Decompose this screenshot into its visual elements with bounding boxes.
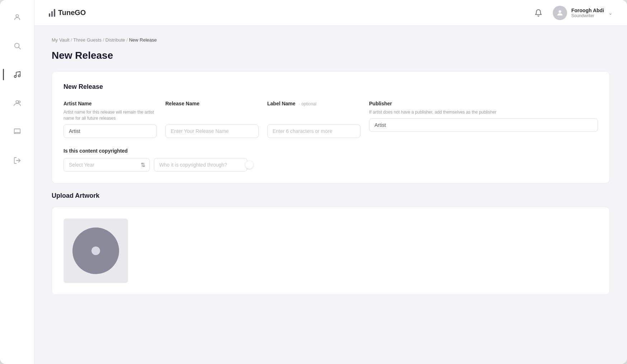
- page-content: My Vault / Three Guests / Distribute / N…: [34, 26, 627, 364]
- copyright-row: Is this content copyrighted Select Year …: [63, 148, 598, 172]
- copyright-through-input[interactable]: [154, 158, 247, 172]
- artist-field-group: Artist Name Artist name for this release…: [63, 101, 157, 138]
- release-label: Release Name: [165, 101, 259, 106]
- new-release-card: New Release Artist Name Artist name for …: [52, 71, 610, 183]
- optional-badge: · optional: [299, 101, 316, 106]
- logo: TuneGO: [49, 9, 86, 17]
- publisher-desc: If artist does not have a publisher, add…: [369, 109, 598, 115]
- copyright-through-group: [154, 158, 247, 172]
- sidebar-item-search[interactable]: [9, 37, 26, 54]
- svg-point-6: [18, 101, 20, 103]
- svg-line-2: [19, 47, 20, 49]
- sidebar-item-user[interactable]: [9, 9, 26, 26]
- logo-icon: [49, 9, 55, 17]
- header: TuneGO Foroogh Abdi: [34, 0, 627, 26]
- upload-title: Upload Artwork: [52, 192, 610, 200]
- disc-inner: [91, 246, 100, 255]
- disc-outer: [72, 227, 119, 274]
- chevron-down-icon: ⌄: [608, 10, 613, 16]
- copyright-section: Is this content copyrighted Select Year …: [63, 148, 210, 172]
- svg-point-4: [18, 75, 20, 77]
- breadcrumb-three-guests[interactable]: Three Guests: [73, 37, 102, 43]
- svg-point-3: [14, 76, 16, 78]
- sidebar: [0, 0, 34, 364]
- label-field-group: Label Name · optional: [267, 101, 360, 138]
- upload-card: [52, 207, 610, 295]
- label-name-label: Label Name · optional: [267, 101, 360, 106]
- card-title: New Release: [63, 83, 598, 91]
- label-input[interactable]: [267, 124, 360, 138]
- sidebar-item-artist[interactable]: [9, 95, 26, 112]
- publisher-input[interactable]: [369, 118, 598, 132]
- svg-point-0: [16, 15, 18, 17]
- release-field-group: Release Name: [165, 101, 259, 138]
- sidebar-item-chat[interactable]: [9, 123, 26, 140]
- user-role: Soundwriter: [571, 13, 604, 18]
- notification-bell[interactable]: [531, 6, 546, 20]
- page-title: New Release: [52, 50, 610, 61]
- user-name: Foroogh Abdi: [571, 8, 604, 13]
- publisher-label: Publisher: [369, 101, 598, 106]
- breadcrumb-distribute[interactable]: Distribute: [105, 37, 125, 43]
- copyright-label: Is this content copyrighted: [63, 148, 210, 154]
- artist-input[interactable]: [63, 124, 157, 138]
- avatar: [553, 6, 567, 20]
- release-input[interactable]: [165, 124, 259, 138]
- sidebar-item-music[interactable]: [9, 66, 26, 83]
- user-menu[interactable]: Foroogh Abdi Soundwriter ⌄: [553, 6, 613, 20]
- publisher-field-group: Publisher If artist does not have a publ…: [369, 101, 598, 138]
- artwork-placeholder[interactable]: [63, 219, 128, 283]
- logo-text: TuneGO: [58, 9, 86, 17]
- breadcrumb-vault[interactable]: My Vault: [52, 37, 70, 43]
- year-select[interactable]: Select Year 2024 2023 2022 2021 2020: [63, 158, 150, 172]
- header-right: Foroogh Abdi Soundwriter ⌄: [531, 6, 613, 20]
- fields-row: Artist Name Artist name for this release…: [63, 101, 598, 138]
- upload-artwork-section: Upload Artwork: [52, 192, 610, 295]
- user-text: Foroogh Abdi Soundwriter: [571, 8, 604, 18]
- svg-point-9: [558, 10, 561, 13]
- artist-desc: Artist name for this release will remain…: [63, 109, 157, 121]
- sidebar-item-logout[interactable]: [9, 152, 26, 169]
- breadcrumb-current: New Release: [129, 37, 157, 43]
- breadcrumb: My Vault / Three Guests / Distribute / N…: [52, 37, 610, 43]
- artist-label: Artist Name: [63, 101, 157, 106]
- main-content: TuneGO Foroogh Abdi: [34, 0, 627, 364]
- year-select-wrap: Select Year 2024 2023 2022 2021 2020 ⇅: [63, 158, 150, 172]
